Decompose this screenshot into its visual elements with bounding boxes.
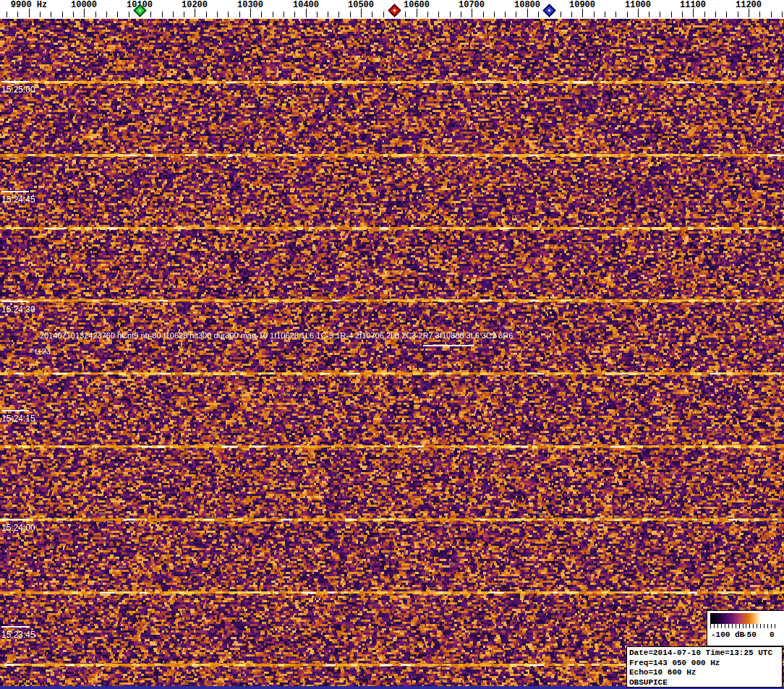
db-scale-tick	[732, 624, 733, 628]
detection-annotation: 20140710132423760 hCnt9 nb-80 f10628 hit…	[40, 331, 513, 340]
time-tick-dash	[1, 519, 29, 521]
db-scale-tick	[771, 624, 772, 628]
minor-freq-tick	[73, 12, 74, 17]
db-gradient-bar	[710, 613, 775, 624]
time-label: 15:23:45	[1, 630, 35, 640]
db-scale-tick	[749, 624, 750, 628]
minor-freq-tick	[7, 12, 7, 17]
minor-freq-tick	[284, 12, 284, 17]
db-label-max: 0	[770, 630, 775, 639]
freq-label: 10400	[281, 0, 331, 10]
time-tick-dash	[1, 626, 29, 628]
minor-freq-tick	[372, 12, 372, 17]
db-scale-tick	[739, 624, 740, 628]
minor-freq-tick	[184, 12, 184, 17]
minor-freq-tick	[627, 12, 628, 17]
minor-freq-tick	[671, 12, 672, 17]
minor-freq-tick	[162, 12, 163, 17]
minor-freq-tick	[383, 12, 384, 17]
db-scale-tick	[721, 624, 722, 628]
minor-freq-tick	[217, 12, 218, 17]
minor-freq-tick	[538, 12, 539, 17]
minor-freq-tick	[106, 12, 107, 17]
db-scale-tick	[767, 624, 768, 628]
time-tick-dash	[1, 410, 29, 411]
marker-center-dot	[138, 9, 141, 12]
freq-label: 11100	[668, 0, 718, 10]
minor-freq-tick	[117, 12, 118, 17]
minor-freq-tick	[682, 12, 683, 17]
db-scale-tick	[753, 624, 754, 628]
db-scale-tick	[725, 624, 725, 628]
minor-freq-tick	[660, 12, 660, 17]
detection-submarker: ^t+23	[31, 347, 51, 356]
db-scale-tick	[775, 624, 775, 628]
minor-freq-tick	[51, 12, 51, 17]
minor-freq-tick	[261, 12, 262, 17]
db-color-scale: -100 dB -50 0	[707, 610, 784, 646]
freq-label: 10900	[557, 0, 608, 10]
time-label: 15:24:30	[1, 304, 35, 314]
minor-freq-tick	[427, 12, 428, 17]
observation-info-box: Date=2014-07-10 Time=13:25 UTC Freq=143 …	[626, 646, 783, 688]
db-scale-tick	[764, 624, 764, 628]
frequency-ruler[interactable]: 9900 Hz100001010010200103001040010500106…	[0, 0, 784, 19]
minor-freq-tick	[129, 12, 129, 17]
minor-freq-tick	[704, 12, 705, 17]
minor-freq-tick	[228, 12, 229, 17]
freq-label: 11000	[613, 0, 663, 10]
marker-center-dot	[547, 9, 550, 12]
minor-freq-tick	[317, 12, 318, 17]
freq-label: 10300	[225, 0, 276, 10]
minor-freq-tick	[405, 12, 406, 17]
time-label: 15:24:15	[1, 414, 35, 424]
marker-center-dot	[393, 9, 396, 12]
minor-freq-tick	[516, 12, 516, 17]
minor-freq-tick	[150, 12, 151, 17]
minor-freq-tick	[715, 12, 716, 17]
db-scale-tick	[757, 624, 757, 628]
db-scale-tick	[743, 624, 743, 628]
minor-freq-tick	[294, 12, 295, 17]
time-tick-dash	[1, 301, 29, 302]
minor-freq-tick	[571, 12, 572, 17]
minor-freq-tick	[461, 12, 461, 17]
minor-freq-tick	[338, 12, 339, 17]
db-label-mid: -50	[742, 630, 757, 639]
minor-freq-tick	[594, 12, 595, 17]
minor-freq-tick	[738, 12, 738, 17]
info-echo: Echo=10 600 Hz	[629, 668, 782, 678]
db-scale-tick	[714, 624, 715, 628]
time-tick-dash	[1, 191, 29, 192]
db-scale-tick	[728, 624, 729, 628]
minor-freq-tick	[239, 12, 240, 17]
minor-freq-tick	[615, 12, 616, 17]
minor-freq-tick	[328, 12, 328, 17]
spectrogram-canvas[interactable]	[0, 19, 784, 689]
minor-freq-tick	[759, 12, 760, 17]
minor-freq-tick	[771, 12, 772, 17]
time-label: 15:24:45	[1, 194, 35, 205]
info-station: OBSUPICE	[629, 678, 782, 688]
minor-freq-tick	[206, 12, 207, 17]
minor-freq-tick	[40, 12, 41, 17]
minor-freq-tick	[438, 12, 439, 17]
minor-freq-tick	[649, 12, 649, 17]
freq-label: 10200	[169, 0, 220, 10]
db-label-min: -100 dB	[711, 630, 744, 639]
db-scale-tick	[746, 624, 746, 628]
db-scale-tick	[717, 624, 718, 628]
minor-freq-tick	[273, 12, 273, 17]
minor-freq-tick	[62, 12, 63, 17]
time-label: 15:25:00	[1, 85, 35, 95]
spectrogram-app-window: 9900 Hz100001010010200103001040010500106…	[0, 0, 784, 689]
freq-label: 9900 Hz	[4, 0, 54, 10]
db-scale-tick	[710, 624, 711, 628]
db-scale-tick	[760, 624, 761, 628]
minor-freq-tick	[782, 12, 783, 17]
minor-freq-tick	[450, 12, 451, 17]
freq-label: 10000	[59, 0, 109, 10]
minor-freq-tick	[350, 12, 351, 17]
time-tick-dash	[1, 81, 29, 82]
freq-label: 10500	[336, 0, 386, 10]
